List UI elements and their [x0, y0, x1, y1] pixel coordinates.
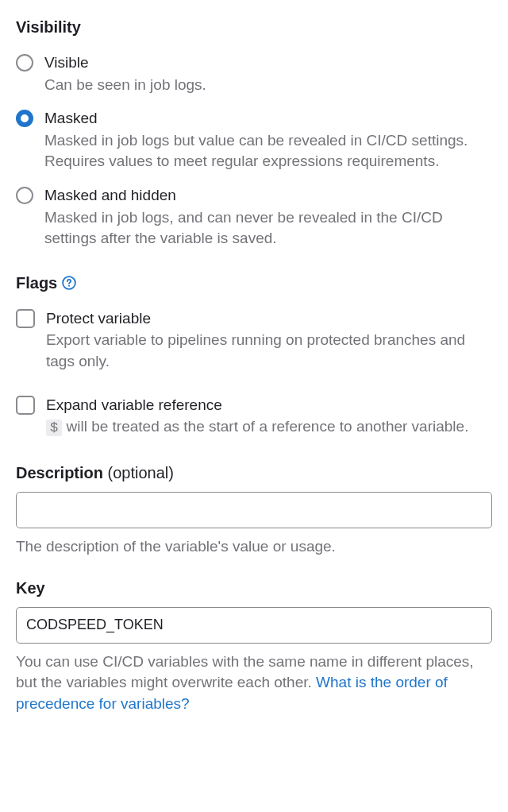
checkbox-label-protect[interactable]: Protect variable: [46, 308, 492, 330]
radio-content: Visible Can be seen in job logs.: [44, 52, 492, 95]
key-label: Key: [16, 577, 492, 599]
radio-label-masked[interactable]: Masked: [44, 108, 492, 130]
checkbox-content: Expand variable reference $ will be trea…: [46, 395, 492, 438]
radio-label-masked-hidden[interactable]: Masked and hidden: [44, 185, 492, 207]
radio-masked[interactable]: [16, 110, 33, 127]
checkbox-desc-protect: Export variable to pipelines running on …: [46, 330, 492, 372]
visibility-option-visible[interactable]: Visible Can be seen in job logs.: [16, 52, 492, 95]
description-field-group: Description (optional) The description o…: [16, 462, 492, 558]
radio-desc-masked-hidden: Masked in job logs, and can never be rev…: [44, 207, 492, 249]
radio-content: Masked and hidden Masked in job logs, an…: [44, 185, 492, 249]
checkbox-expand[interactable]: [16, 396, 35, 415]
description-help: The description of the variable's value …: [16, 536, 492, 558]
flags-heading-row: Flags: [16, 272, 492, 294]
description-label: Description: [16, 464, 103, 481]
radio-label-visible[interactable]: Visible: [44, 52, 492, 74]
checkbox-desc-expand: $ will be treated as the start of a refe…: [46, 416, 492, 438]
key-help: You can use CI/CD variables with the sam…: [16, 652, 492, 715]
flag-protect-option[interactable]: Protect variable Export variable to pipe…: [16, 308, 492, 373]
radio-content: Masked Masked in job logs but value can …: [44, 108, 492, 172]
description-label-row: Description (optional): [16, 462, 492, 484]
svg-point-1: [68, 285, 70, 287]
radio-desc-masked: Masked in job logs but value can be reve…: [44, 130, 492, 172]
flags-heading: Flags: [16, 272, 57, 294]
checkbox-protect[interactable]: [16, 309, 35, 328]
visibility-option-masked-hidden[interactable]: Masked and hidden Masked in job logs, an…: [16, 185, 492, 249]
key-field-group: Key You can use CI/CD variables with the…: [16, 577, 492, 715]
visibility-option-masked[interactable]: Masked Masked in job logs but value can …: [16, 108, 492, 172]
checkbox-label-expand[interactable]: Expand variable reference: [46, 395, 492, 416]
visibility-radio-group: Visible Can be seen in job logs. Masked …: [16, 52, 492, 249]
radio-desc-visible: Can be seen in job logs.: [44, 75, 492, 96]
description-optional: (optional): [103, 464, 174, 481]
key-input[interactable]: [16, 607, 492, 644]
radio-visible[interactable]: [16, 54, 33, 72]
flag-expand-option[interactable]: Expand variable reference $ will be trea…: [16, 395, 492, 438]
checkbox-content: Protect variable Export variable to pipe…: [46, 308, 492, 373]
radio-masked-hidden[interactable]: [16, 187, 33, 204]
expand-desc-text: will be treated as the start of a refere…: [62, 418, 468, 435]
description-input[interactable]: [16, 492, 492, 528]
code-dollar: $: [46, 420, 62, 436]
visibility-heading: Visibility: [16, 16, 492, 38]
flags-checkbox-group: Protect variable Export variable to pipe…: [16, 308, 492, 438]
help-icon[interactable]: [62, 276, 76, 290]
